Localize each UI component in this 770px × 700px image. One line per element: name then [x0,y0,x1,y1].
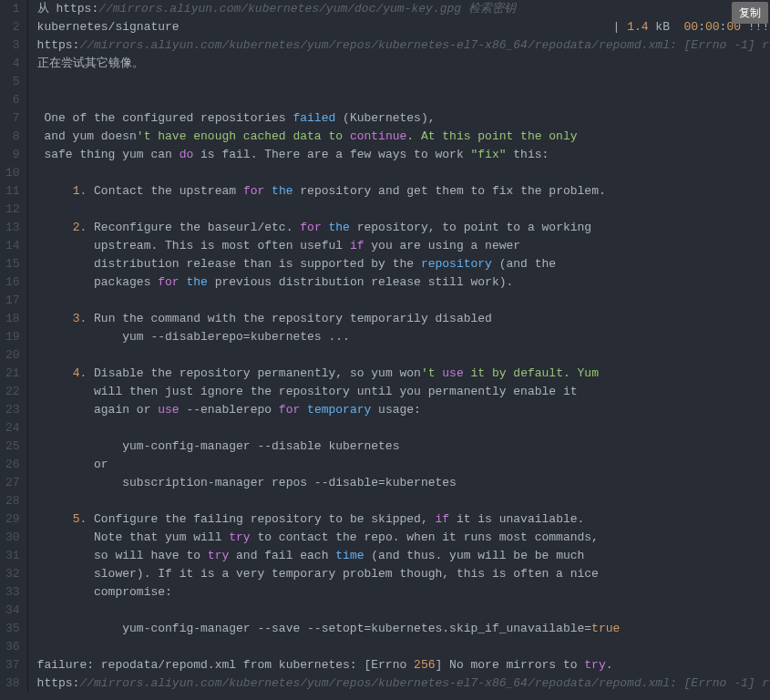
code-line [37,346,770,365]
line-number: 38 [5,674,20,693]
line-number: 8 [5,128,20,146]
line-number: 26 [5,456,20,474]
code-line [37,201,770,219]
line-number: 14 [5,237,20,255]
line-number: 37 [5,656,20,674]
line-number: 27 [5,474,20,492]
line-number: 33 [5,583,20,602]
line-number: 19 [5,328,20,346]
code-line [37,91,770,109]
line-number: 16 [5,273,20,292]
line-number: 15 [5,255,20,273]
code-line: safe thing yum can do is fail. There are… [37,146,770,164]
code-line: or [37,456,770,474]
code-line: https://mirrors.aliyun.com/kubernetes/yu… [37,674,770,693]
code-line [37,292,770,310]
code-line: will then just ignore the repository unt… [37,383,770,401]
code-line: yum-config-manager --save --setopt=kuber… [37,620,770,638]
code-block: 复制 1234567891011121314151617181920212223… [0,0,770,693]
code-line: packages for the previous distribution r… [37,273,770,292]
code-line: failure: repodata/repomd.xml from kubern… [37,656,770,674]
code-line: subscription-manager repos --disable=kub… [37,474,770,492]
line-number: 21 [5,365,20,383]
code-line: slower). If it is a very temporary probl… [37,565,770,583]
code-line [37,602,770,620]
code-line: upstream. This is most often useful if y… [37,237,770,255]
line-number: 28 [5,492,20,510]
line-number: 32 [5,565,20,583]
line-number: 5 [5,73,20,91]
line-number: 4 [5,55,20,73]
line-number: 29 [5,510,20,529]
line-number: 6 [5,91,20,109]
line-number: 7 [5,109,20,128]
code-line [37,73,770,91]
code-line: distribution release than is supported b… [37,255,770,273]
line-number: 35 [5,620,20,638]
code-line: 4. Disable the repository permanently, s… [37,365,770,383]
code-line: and yum doesn't have enough cached data … [37,128,770,146]
code-line: so will have to try and fail each time (… [37,547,770,565]
code-line: yum --disablerepo=kubernetes ... [37,328,770,346]
copy-button[interactable]: 复制 [732,2,768,24]
code-line [37,492,770,510]
code-line: One of the configured repositories faile… [37,109,770,128]
code-line: 正在尝试其它镜像。 [37,55,770,73]
code-line: again or use --enablerepo for temporary … [37,401,770,419]
code-line: 1. Contact the upstream for the reposito… [37,182,770,201]
line-number: 18 [5,310,20,328]
line-number: 11 [5,182,20,201]
line-number: 17 [5,292,20,310]
line-number: 25 [5,438,20,456]
line-number: 20 [5,346,20,365]
line-number: 10 [5,164,20,182]
code-line: 3. Run the command with the repository t… [37,310,770,328]
line-number: 3 [5,36,20,55]
code-line: kubernetes/signature | 1.4 kB 00:00:00 !… [37,18,770,36]
line-number: 2 [5,18,20,36]
line-number: 36 [5,638,20,656]
line-number: 13 [5,219,20,237]
line-number: 12 [5,201,20,219]
code-line: yum-config-manager --disable kubernetes [37,438,770,456]
code-line: https://mirrors.aliyun.com/kubernetes/yu… [37,36,770,55]
line-number: 30 [5,529,20,547]
code-line: 5. Configure the failing repository to b… [37,510,770,529]
code-content[interactable]: 从 https://mirrors.aliyun.com/kubernetes/… [28,0,770,693]
code-line: Note that yum will try to contact the re… [37,529,770,547]
code-line [37,164,770,182]
line-number: 9 [5,146,20,164]
line-number: 24 [5,419,20,438]
code-line: 2. Reconfigure the baseurl/etc. for the … [37,219,770,237]
line-number: 23 [5,401,20,419]
code-line [37,638,770,656]
line-number-gutter: 1234567891011121314151617181920212223242… [0,0,28,693]
code-line: compromise: [37,583,770,602]
line-number: 22 [5,383,20,401]
line-number: 1 [5,0,20,18]
code-line: 从 https://mirrors.aliyun.com/kubernetes/… [37,0,770,18]
line-number: 34 [5,602,20,620]
code-line [37,419,770,438]
line-number: 31 [5,547,20,565]
